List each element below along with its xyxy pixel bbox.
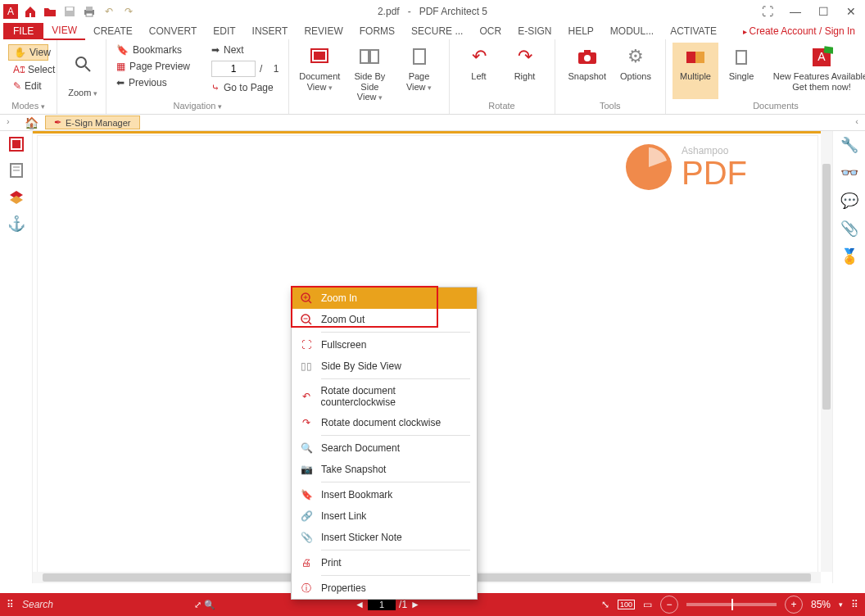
save-icon[interactable] — [62, 4, 77, 19]
fit-page-icon[interactable]: 100 — [618, 600, 635, 609]
ctx-bookmark[interactable]: 🔖Insert Bookmark — [292, 484, 477, 505]
page-view-button[interactable]: Page View — [396, 43, 442, 111]
svg-line-35 — [309, 322, 311, 324]
zoom-magnifier-icon[interactable] — [74, 55, 92, 73]
comments-icon[interactable]: 💬 — [840, 192, 858, 210]
tab-secure[interactable]: SECURE ... — [403, 23, 471, 39]
page-current[interactable]: 1 — [368, 599, 396, 610]
certification-icon[interactable]: 🏅 — [840, 247, 858, 265]
redo-icon[interactable]: ↷ — [121, 4, 136, 19]
zoom-in-button[interactable]: + — [785, 596, 803, 614]
zoom-in-icon — [300, 292, 313, 305]
layers-icon[interactable] — [8, 188, 25, 205]
rotate-right-button[interactable]: ↷Right — [502, 43, 548, 99]
mode-view-button[interactable]: ✋View — [8, 44, 48, 61]
zoom-percentage[interactable]: 85% — [811, 599, 831, 610]
tab-ocr[interactable]: OCR — [471, 23, 509, 39]
tools-icon[interactable]: 🔧 — [840, 136, 858, 154]
open-icon[interactable] — [43, 4, 57, 19]
status-search-input[interactable] — [22, 599, 186, 610]
ctx-rotate-ccw[interactable]: ↶Rotate document counterclockwise — [292, 381, 477, 412]
multiple-docs-button[interactable]: Multiple — [673, 43, 718, 99]
ctx-fullscreen-label: Fullscreen — [321, 339, 366, 351]
file-tab[interactable]: FILE — [3, 23, 43, 39]
ctx-zoom-in[interactable]: Zoom In — [292, 288, 477, 309]
expand-rightbar-icon[interactable]: ‹ — [855, 116, 858, 126]
svg-rect-12 — [370, 50, 378, 63]
options-button[interactable]: ⚙Options — [613, 43, 659, 99]
goto-page-button[interactable]: ⤷Go to Page — [208, 80, 282, 95]
zoom-out-button[interactable]: − — [660, 596, 678, 614]
tab-convert[interactable]: CONVERT — [141, 23, 205, 39]
tab-create[interactable]: CREATE — [85, 23, 141, 39]
ctx-sticker[interactable]: 📎Insert Sticker Note — [292, 527, 477, 548]
next-button[interactable]: ➡Next — [208, 43, 282, 57]
ctx-properties[interactable]: ⓘProperties — [292, 578, 477, 599]
nav-group-label[interactable]: Navigation — [113, 99, 282, 111]
ctx-fullscreen[interactable]: ⛶Fullscreen — [292, 334, 477, 356]
zoom-slider[interactable] — [686, 603, 777, 606]
chevron-down-icon[interactable]: ▾ — [839, 600, 843, 609]
print-icon[interactable] — [82, 4, 97, 19]
close-icon[interactable]: ✕ — [837, 2, 865, 21]
page-preview-button[interactable]: ▦Page Preview — [113, 59, 203, 74]
anchor-icon[interactable]: ⚓ — [7, 215, 25, 233]
home-icon[interactable] — [23, 4, 38, 19]
bookmarks-button[interactable]: 🔖Bookmarks — [113, 43, 203, 57]
page-input[interactable] — [211, 61, 256, 77]
zoom-label[interactable]: Zoom — [68, 88, 97, 98]
vscroll-thumb[interactable] — [822, 164, 831, 410]
resize-grip-icon[interactable]: ⠿ — [851, 599, 858, 610]
mode-edit-button[interactable]: ✎Edit — [8, 79, 48, 93]
sb-expand-search-icon[interactable]: ⤢ 🔍 — [194, 600, 215, 610]
document-view-button[interactable]: Document View — [296, 43, 343, 111]
fit-width-icon[interactable]: ⤡ — [601, 599, 609, 610]
sbs-view-button[interactable]: Side By Side View — [343, 43, 396, 111]
tab-edit[interactable]: EDIT — [205, 23, 243, 39]
page-next-icon[interactable]: ► — [410, 599, 420, 610]
esign-manager-tab[interactable]: ✒ E-Sign Manager — [45, 116, 140, 129]
snapshot-button[interactable]: Snapshot — [562, 43, 613, 99]
tab-esign[interactable]: E-SIGN — [509, 23, 559, 39]
home-small-icon[interactable]: 🏠 — [25, 116, 38, 129]
tab-modules[interactable]: MODUL... — [602, 23, 662, 39]
modes-group-label[interactable]: Modes — [7, 99, 50, 111]
page-prev-icon[interactable]: ◄ — [355, 599, 365, 610]
ctx-rotate-cw[interactable]: ↷Rotate document clockwise — [292, 412, 477, 433]
bookmarks-panel-icon[interactable] — [8, 162, 25, 179]
mode-select-button[interactable]: AꞮSelect — [8, 62, 48, 77]
tab-activate[interactable]: ACTIVATE — [662, 23, 725, 39]
ctx-print[interactable]: 🖨Print — [292, 552, 477, 573]
tab-help[interactable]: HELP — [559, 23, 601, 39]
tab-review[interactable]: REVIEW — [296, 23, 351, 39]
undo-icon[interactable]: ↶ — [102, 4, 116, 19]
rotate-left-button[interactable]: ↶Left — [456, 43, 502, 99]
binoculars-icon[interactable]: 👓 — [840, 164, 858, 182]
previous-button[interactable]: ⬅Previous — [113, 75, 203, 90]
ctx-link[interactable]: 🔗Insert Link — [292, 505, 477, 527]
fit-window-icon[interactable]: ⛶ — [754, 2, 781, 21]
tab-insert[interactable]: INSERT — [244, 23, 297, 39]
new-features-button[interactable]: ANew Features Available.Get them now! — [764, 43, 865, 99]
svg-text:A: A — [7, 6, 14, 17]
actual-size-icon[interactable]: ▭ — [643, 599, 652, 610]
single-doc-button[interactable]: Single — [718, 43, 764, 99]
ctx-zoom-out[interactable]: Zoom Out — [292, 309, 477, 330]
minimize-icon[interactable]: — — [781, 2, 809, 21]
next-label: Next — [224, 44, 244, 56]
create-account-link[interactable]: Create Account / Sign In — [743, 25, 855, 37]
attachments-icon[interactable]: 📎 — [840, 220, 858, 238]
info-icon: ⓘ — [300, 582, 313, 595]
ctx-snapshot[interactable]: 📷Take Snapshot — [292, 459, 477, 480]
tab-forms[interactable]: FORMS — [351, 23, 403, 39]
maximize-icon[interactable]: ☐ — [809, 2, 837, 21]
sb-dots-icon[interactable]: ⠿ — [7, 599, 14, 610]
ctx-search[interactable]: 🔍Search Document — [292, 437, 477, 459]
thumbnails-icon[interactable] — [8, 136, 25, 152]
vertical-scrollbar[interactable] — [821, 131, 832, 572]
app-icon: A — [3, 4, 18, 19]
ctx-sbs[interactable]: ▯▯Side By Side View — [292, 356, 477, 377]
tab-view[interactable]: VIEW — [43, 22, 85, 40]
expand-leftbar-icon[interactable]: › — [7, 116, 10, 126]
rotate-left-label: Left — [471, 71, 486, 82]
